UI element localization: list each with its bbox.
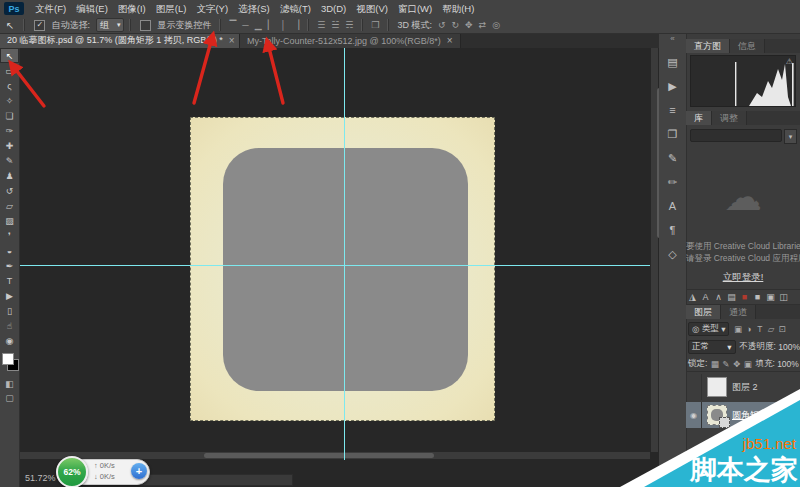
eyedropper-tool[interactable]: ✑ <box>0 123 19 138</box>
menu-item[interactable]: 图层(L) <box>151 0 192 17</box>
lock-all-icon[interactable]: ▣ <box>742 359 753 369</box>
effect-name[interactable]: 斜面和浮雕 <box>709 444 754 457</box>
tab-adjustments[interactable]: 调整 <box>712 111 747 125</box>
tab-channels[interactable]: 通道 <box>721 305 756 319</box>
tab-layers[interactable]: 图层 <box>686 305 721 319</box>
pen-tool[interactable]: ✒ <box>0 258 19 273</box>
document-tab-active[interactable]: 20 临摹图标.psd @ 51.7% (圆角矩形 1 拷贝, RGB/8) *… <box>0 33 240 48</box>
menu-item[interactable]: 选择(S) <box>233 0 275 17</box>
auto-align-layers-icon[interactable]: ❒ <box>368 20 382 30</box>
document-tab[interactable]: My-Tally-Counter-512x512.jpg @ 100%(RGB/… <box>240 33 461 48</box>
document-image[interactable] <box>190 117 495 421</box>
fill-value[interactable]: 100% <box>777 359 799 369</box>
rectangular-marquee-tool[interactable]: ▭ <box>0 63 19 78</box>
progress-gauge[interactable]: 62% <box>56 456 88 487</box>
path-selection-tool[interactable]: ▶ <box>0 288 19 303</box>
vertical-scrollbar[interactable] <box>651 48 658 452</box>
eraser-tool[interactable]: ▱ <box>0 198 19 213</box>
quick-mask-button[interactable]: ◧ <box>0 377 19 391</box>
close-icon[interactable]: × <box>447 35 453 46</box>
blend-mode-dropdown[interactable]: 正常 ▾ <box>688 340 736 354</box>
libraries-mini-icon[interactable]: ▣ <box>764 292 777 302</box>
3d-scale-icon[interactable]: ◎ <box>489 20 503 30</box>
filter-smart-objects-icon[interactable]: ⊡ <box>776 324 787 334</box>
opacity-value[interactable]: 100% <box>778 342 800 352</box>
lock-position-icon[interactable]: ✥ <box>731 359 742 369</box>
swatches-panel-icon[interactable]: ▤ <box>659 51 686 73</box>
align-horizontal-centers-icon[interactable]: │ <box>278 20 290 30</box>
channels-mini-icon[interactable]: ◫ <box>777 292 790 302</box>
3d-drag-icon[interactable]: ✥ <box>462 20 476 30</box>
document-info-field[interactable] <box>141 474 293 486</box>
menu-item[interactable]: 文件(F) <box>30 0 71 17</box>
dodge-tool[interactable]: ◒ <box>0 243 19 258</box>
move-tool[interactable]: ↖ <box>0 48 19 63</box>
layer-thumbnail[interactable] <box>707 405 727 425</box>
sign-in-link[interactable]: 立即登录! <box>686 271 800 284</box>
3d-panel-icon[interactable]: ◇ <box>659 243 686 265</box>
menu-item[interactable]: 窗口(W) <box>393 0 437 17</box>
distribute-top-edges-icon[interactable]: ☰ <box>314 20 328 30</box>
layer-name[interactable]: 图层 2 <box>732 381 758 394</box>
lock-image-pixels-icon[interactable]: ✎ <box>720 359 731 369</box>
type-tool[interactable]: T <box>0 273 19 288</box>
canvas-area[interactable]: 51.72% <box>19 48 659 487</box>
effect-row[interactable]: ◉ 斜面和浮雕 <box>686 444 800 457</box>
menu-item[interactable]: 图像(I) <box>113 0 151 17</box>
tab-histogram[interactable]: 直方图 <box>686 39 730 53</box>
layer-thumbnail[interactable] <box>707 377 727 397</box>
menu-item[interactable]: 3D(D) <box>316 0 351 17</box>
align-vertical-centers-icon[interactable]: ─ <box>239 20 251 30</box>
menu-item[interactable]: 滤镜(T) <box>275 0 316 17</box>
visibility-toggle[interactable]: ◉ <box>686 402 702 428</box>
rectangle-tool[interactable]: ▯ <box>0 303 19 318</box>
screen-mode-button[interactable]: ▢ <box>0 391 19 405</box>
clone-source-panel-icon[interactable]: ❐ <box>659 123 686 145</box>
libraries-search-input[interactable] <box>690 129 782 142</box>
tab-info[interactable]: 信息 <box>730 39 765 53</box>
visibility-toggle[interactable] <box>686 374 702 400</box>
3d-roll-icon[interactable]: ↻ <box>449 20 463 30</box>
speed-widget[interactable]: 62% ↑ 0K/s ↓ 0K/s + <box>56 456 150 486</box>
histogram-warning-icon[interactable]: ⚠ <box>786 57 793 66</box>
3d-slide-icon[interactable]: ⇄ <box>476 20 490 30</box>
quick-selection-tool[interactable]: ✧ <box>0 93 19 108</box>
filter-shape-layers-icon[interactable]: ▱ <box>765 324 776 334</box>
filter-adjustment-layers-icon[interactable]: ◑ <box>743 324 754 334</box>
visibility-toggle[interactable]: ◉ <box>694 444 709 457</box>
filter-pixel-layers-icon[interactable]: ▣ <box>732 324 743 334</box>
styles-mini-icon[interactable]: ◮ <box>686 292 699 302</box>
menu-item[interactable]: 视图(V) <box>351 0 393 17</box>
lasso-tool[interactable]: ς <box>0 78 19 93</box>
hand-tool[interactable]: ☝ <box>0 318 19 333</box>
show-transform-checkbox[interactable] <box>140 20 151 31</box>
swatches-mini-icon[interactable]: ▤ <box>725 292 738 302</box>
close-icon[interactable]: × <box>229 35 235 46</box>
3d-rotate-icon[interactable]: ↺ <box>435 20 449 30</box>
effects-header-row[interactable]: 效果 <box>686 430 800 443</box>
auto-select-checkbox[interactable]: ✓ <box>34 20 45 31</box>
menu-item[interactable]: 帮助(H) <box>437 0 479 17</box>
align-left-edges-icon[interactable]: ▏ <box>265 20 278 30</box>
zoom-level-field[interactable]: 51.72% <box>25 473 56 483</box>
scrollbar-thumb[interactable] <box>204 453 434 458</box>
distribute-bottom-edges-icon[interactable]: ☴ <box>342 20 356 30</box>
auto-select-dropdown[interactable]: 组 ▾ <box>96 18 125 32</box>
paragraph-panel-icon[interactable]: ¶ <box>659 219 686 241</box>
history-brush-tool[interactable]: ↺ <box>0 183 19 198</box>
distribute-vertical-centers-icon[interactable]: ☱ <box>328 20 342 30</box>
lock-transparent-pixels-icon[interactable]: ▦ <box>709 359 720 369</box>
brush-settings-panel-icon[interactable]: ✎ <box>659 147 686 169</box>
clone-stamp-tool[interactable]: ♟ <box>0 168 19 183</box>
foreground-color-swatch[interactable] <box>2 353 14 365</box>
align-top-edges-icon[interactable]: ▔ <box>226 20 239 30</box>
character-panel-icon[interactable]: A <box>659 195 686 217</box>
brush-tool[interactable]: ✎ <box>0 153 19 168</box>
gradient-tool[interactable]: ▨ <box>0 213 19 228</box>
spot-healing-brush-tool[interactable]: ✚ <box>0 138 19 153</box>
layer-name[interactable]: 圆角矩形 1 拷贝 <box>732 409 796 422</box>
tab-libraries[interactable]: 库 <box>686 111 712 125</box>
menu-item[interactable]: 文字(Y) <box>191 0 233 17</box>
align-bottom-edges-icon[interactable]: ▁ <box>252 20 265 30</box>
add-task-button[interactable]: + <box>131 463 147 479</box>
